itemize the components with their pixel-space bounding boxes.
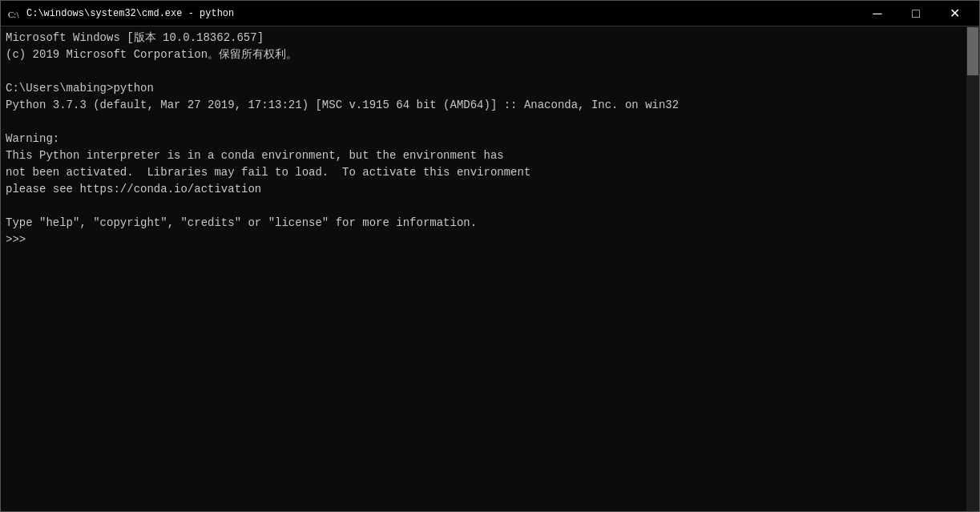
minimize-button[interactable]: ─ [859,2,896,26]
title-bar-text: C:\windows\system32\cmd.exe - python [26,8,859,19]
svg-text:C:\: C:\ [8,10,19,19]
terminal-line [6,63,962,80]
terminal-line: not been activated. Libraries may fail t… [6,164,962,181]
terminal-line [6,114,962,131]
terminal-line: Warning: [6,131,962,147]
scrollbar[interactable] [966,26,979,511]
terminal-body[interactable]: Microsoft Windows [版本 10.0.18362.657](c)… [1,26,979,511]
terminal-content: Microsoft Windows [版本 10.0.18362.657](c)… [6,30,974,248]
terminal-line: please see https://conda.io/activation [6,181,962,198]
terminal-line: This Python interpreter is in a conda en… [6,147,962,164]
scrollbar-thumb[interactable] [967,27,978,75]
cmd-window: C:\ C:\windows\system32\cmd.exe - python… [0,0,980,512]
terminal-line: Type "help", "copyright", "credits" or "… [6,215,962,232]
terminal-line: (c) 2019 Microsoft Corporation。保留所有权利。 [6,46,962,63]
terminal-line: >>> [6,232,962,248]
terminal-line: C:\Users\mabing>python [6,80,962,97]
terminal-line [6,198,962,215]
terminal-line: Microsoft Windows [版本 10.0.18362.657] [6,30,962,46]
terminal-line: Python 3.7.3 (default, Mar 27 2019, 17:1… [6,97,962,114]
close-button[interactable]: ✕ [936,2,973,26]
title-bar-controls: ─ □ ✕ [859,2,973,26]
cmd-icon: C:\ [7,7,20,20]
maximize-button[interactable]: □ [897,2,934,26]
title-bar: C:\ C:\windows\system32\cmd.exe - python… [1,1,979,26]
